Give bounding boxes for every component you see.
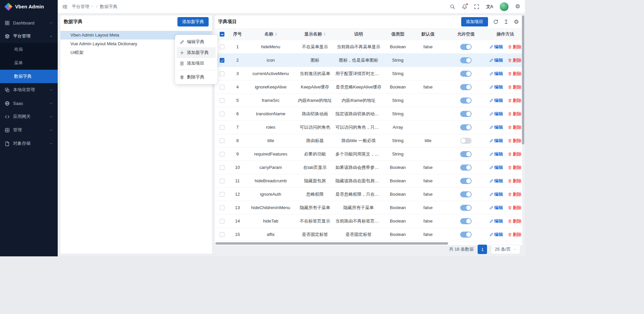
delete-button[interactable]: 删除 [508, 178, 522, 184]
row-checkbox[interactable] [220, 192, 224, 197]
edit-button[interactable]: 编辑 [489, 165, 503, 171]
user-avatar[interactable] [500, 2, 508, 11]
nullable-toggle[interactable] [460, 165, 472, 171]
delete-button[interactable]: 删除 [508, 205, 522, 211]
app-logo[interactable]: Vben Admin [0, 0, 58, 13]
row-checkbox[interactable] [220, 165, 224, 170]
nullable-toggle[interactable] [460, 111, 472, 117]
breadcrumb-section[interactable]: 平台管理 [72, 4, 94, 10]
sidebar-item-dashboard[interactable]: Dashboard [0, 16, 58, 29]
sort-carets-icon[interactable] [275, 33, 277, 36]
edit-button[interactable]: 编辑 [489, 57, 503, 63]
context-menu-item[interactable]: 添加项目 [177, 58, 216, 69]
sidebar-item-locale[interactable]: 本地化管理 [0, 83, 58, 97]
delete-button[interactable]: 删除 [508, 111, 522, 117]
fullscreen-icon[interactable] [474, 4, 479, 9]
edit-button[interactable]: 编辑 [489, 84, 503, 90]
nullable-toggle[interactable] [460, 178, 472, 184]
dictionary-panel-header: 数据字典 添加新字典 [60, 15, 212, 28]
add-dictionary-button[interactable]: 添加新字典 [177, 17, 209, 26]
nullable-toggle[interactable] [460, 124, 472, 130]
context-menu-item[interactable]: 删除字典 [177, 72, 216, 82]
edit-button[interactable]: 编辑 [489, 191, 503, 197]
edit-button[interactable]: 编辑 [489, 232, 503, 238]
pagination-page-1[interactable]: 1 [478, 245, 487, 254]
settings-gear-icon[interactable]: ⚙ [515, 4, 520, 9]
nullable-toggle[interactable] [460, 57, 472, 63]
delete-button[interactable]: 删除 [508, 124, 522, 130]
add-item-button[interactable]: 添加项目 [461, 17, 488, 26]
edit-button[interactable]: 编辑 [489, 44, 503, 50]
sidebar-item-gateway[interactable]: 应用网关 [0, 110, 58, 123]
edit-button[interactable]: 编辑 [489, 98, 503, 104]
search-icon[interactable] [450, 4, 455, 9]
delete-button[interactable]: 删除 [508, 84, 522, 90]
context-menu-item[interactable]: 添加新字典 [177, 47, 216, 58]
table-settings-icon[interactable]: ⚙ [514, 19, 519, 25]
nullable-toggle[interactable] [460, 151, 472, 157]
nullable-toggle[interactable] [460, 44, 472, 50]
nullable-cell [443, 174, 488, 187]
storage-icon [5, 141, 10, 146]
delete-button[interactable]: 删除 [508, 218, 522, 224]
page-size-select[interactable]: 25 条/页 [491, 245, 520, 254]
nullable-toggle[interactable] [460, 218, 472, 224]
row-checkbox[interactable] [220, 45, 224, 49]
delete-button[interactable]: 删除 [508, 71, 522, 77]
vertical-scrollbar[interactable] [522, 15, 524, 144]
row-checkbox[interactable] [220, 85, 224, 89]
delete-button[interactable]: 删除 [508, 138, 522, 144]
delete-button[interactable]: 删除 [508, 98, 522, 104]
sidebar-item-platform[interactable]: 平台管理 [0, 29, 58, 43]
row-checkbox[interactable] [220, 58, 224, 63]
nullable-toggle[interactable] [460, 98, 472, 104]
delete-button[interactable]: 删除 [508, 232, 522, 238]
row-checkbox[interactable] [220, 205, 224, 210]
row-checkbox[interactable] [220, 98, 224, 103]
sort-carets-icon[interactable] [324, 33, 326, 36]
delete-button[interactable]: 删除 [508, 165, 522, 171]
refresh-icon[interactable] [493, 19, 498, 24]
horizontal-scrollbar-thumb[interactable] [215, 242, 448, 245]
nullable-toggle[interactable] [460, 71, 472, 77]
row-checkbox[interactable] [220, 71, 224, 76]
edit-button[interactable]: 编辑 [489, 111, 503, 117]
sidebar-item-saas[interactable]: Saas [0, 97, 58, 110]
nullable-toggle[interactable] [460, 232, 472, 238]
row-checkbox[interactable] [220, 112, 224, 116]
row-height-icon[interactable] [503, 19, 509, 24]
edit-button[interactable]: 编辑 [489, 178, 503, 184]
edit-button[interactable]: 编辑 [489, 151, 503, 157]
row-checkbox[interactable] [220, 125, 224, 130]
sidebar-item-storage[interactable]: 对象存储 [0, 137, 58, 150]
nullable-toggle[interactable] [460, 84, 472, 90]
row-checkbox[interactable] [220, 179, 224, 183]
context-menu-item[interactable]: 编辑字典 [177, 37, 216, 47]
select-all-checkbox[interactable] [220, 32, 224, 37]
delete-button[interactable]: 删除 [508, 191, 522, 197]
sidebar-collapse-icon[interactable] [62, 4, 68, 9]
edit-button[interactable]: 编辑 [489, 138, 503, 144]
edit-button[interactable]: 编辑 [489, 205, 503, 211]
row-checkbox[interactable] [220, 219, 224, 224]
nullable-toggle[interactable] [460, 191, 472, 197]
delete-button[interactable]: 删除 [508, 44, 522, 50]
sidebar-item-manage[interactable]: 管理 [0, 123, 58, 137]
delete-button[interactable]: 删除 [508, 151, 522, 157]
column-header-display[interactable]: 显示名称 [296, 28, 334, 40]
sidebar-subitem[interactable]: 布局 [0, 43, 58, 56]
nullable-toggle[interactable] [460, 205, 472, 211]
translate-icon[interactable]: 文A [486, 4, 493, 9]
edit-button[interactable]: 编辑 [489, 124, 503, 130]
delete-button[interactable]: 删除 [508, 57, 522, 63]
sidebar-subitem[interactable]: 菜单 [0, 56, 58, 70]
row-checkbox[interactable] [220, 232, 224, 237]
bell-icon[interactable] [462, 4, 467, 9]
sidebar-subitem[interactable]: 数据字典 [0, 70, 58, 83]
edit-button[interactable]: 编辑 [489, 218, 503, 224]
column-header-name[interactable]: 名称 [246, 28, 296, 40]
edit-button[interactable]: 编辑 [489, 71, 503, 77]
row-checkbox[interactable] [220, 152, 224, 156]
row-checkbox[interactable] [220, 138, 224, 143]
nullable-toggle[interactable] [460, 138, 472, 144]
